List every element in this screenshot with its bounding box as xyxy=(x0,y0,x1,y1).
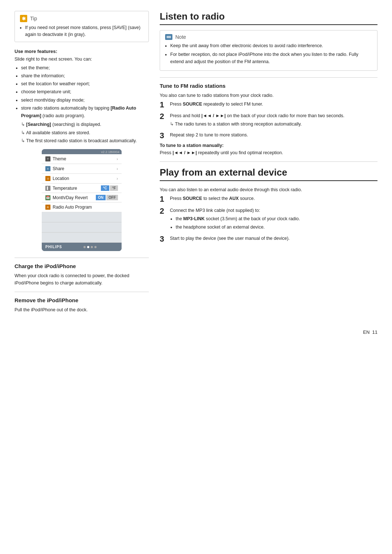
sub-result-list: [Searching] (searching) is displayed. Al… xyxy=(21,121,149,145)
feature-item-2: share the information; xyxy=(21,72,149,80)
temp-label: Temperature xyxy=(53,186,77,191)
sub-result-1: [Searching] (searching) is displayed. xyxy=(21,121,149,128)
tip-box: ✱ Tip If you need not preset more statio… xyxy=(15,11,149,42)
divider-charge xyxy=(15,258,149,258)
use-more-features-intro: Slide right to the next screen. You can: xyxy=(15,56,149,63)
sub-result-3: The first stored radio station is broadc… xyxy=(21,137,149,145)
play-step-1-content: Press SOURCE to select the AUX source. xyxy=(170,195,377,204)
device-location-item: ⊙ Location › xyxy=(42,174,122,184)
location-label: Location xyxy=(53,176,69,181)
theme-arrow: › xyxy=(117,157,118,161)
tip-header: ✱ Tip xyxy=(20,15,143,22)
device-month-item: 📅 Month/Day Revert ON OFF xyxy=(42,193,122,202)
device-temp-item: ▌ Temperature °C °F xyxy=(42,184,122,193)
play-step-2: 2 Connect the MP3 link cable (not suppli… xyxy=(160,207,377,232)
empty-row-3 xyxy=(42,233,122,243)
step-1-content: Press SOURCE repeatedly to select FM tun… xyxy=(170,100,377,109)
play-step-2-bullet-1: the MP3-LINK socket (3.5mm) at the back … xyxy=(176,215,377,222)
use-more-features-heading: Use more features: xyxy=(15,49,149,54)
empty-row-1 xyxy=(42,212,122,222)
device-screenshot: v2.2.1B0004 T Theme › ≡ Share › ⊙ Locati… xyxy=(42,149,122,251)
play-step-2-bullet-2: the headphone socket of an external devi… xyxy=(176,223,377,231)
location-arrow: › xyxy=(117,176,118,181)
step-2-subarrows: The radio tunes to a station with strong… xyxy=(170,120,377,128)
tip-content: If you need not preset more stations, pr… xyxy=(20,24,143,38)
tune-fm-intro: You also can tune to radio stations from… xyxy=(160,92,377,99)
temp-celsius-button[interactable]: °C xyxy=(101,185,109,191)
remove-title: Remove the iPod/iPhone xyxy=(15,297,149,303)
toggle-off-button[interactable]: OFF xyxy=(106,195,118,200)
tip-icon: ✱ xyxy=(20,15,27,22)
device-theme-item: T Theme › xyxy=(42,154,122,164)
share-label: Share xyxy=(53,166,64,171)
share-arrow: › xyxy=(117,167,118,171)
play-external-title: Play from an external device xyxy=(160,167,377,181)
note-icon xyxy=(165,34,172,40)
tune-fm-title: Tune to FM radio stations xyxy=(160,83,377,89)
theme-label: Theme xyxy=(53,156,66,161)
tune-step-3: 3 Repeat step 2 to tune to more stations… xyxy=(160,131,377,140)
radio-auto-icon: R xyxy=(45,205,50,210)
play-step-2-content: Connect the MP3 link cable (not supplied… xyxy=(170,207,377,232)
note-item-2: For better reception, do not place iPod/… xyxy=(170,51,372,65)
device-share-item: ≡ Share › xyxy=(42,164,122,174)
divider-remove xyxy=(15,292,149,292)
temp-buttons[interactable]: °C °F xyxy=(101,185,118,191)
feature-item-6: store radio stations automatically by ta… xyxy=(21,104,149,145)
dot-1 xyxy=(83,246,86,248)
step-3-content: Repeat step 2 to tune to more stations. xyxy=(170,131,377,140)
remove-text: Pull the iPod/iPhone out of the dock. xyxy=(15,306,149,313)
calendar-icon: 📅 xyxy=(45,195,50,200)
radio-auto-label: Radio Auto Program xyxy=(53,205,92,210)
play-step-3-content: Start to play the device (see the user m… xyxy=(170,235,377,243)
page-number: EN 11 xyxy=(363,329,377,335)
step-3-num: 3 xyxy=(160,131,166,140)
empty-row-2 xyxy=(42,222,122,233)
note-header: Note xyxy=(165,34,372,40)
charge-text: When your clock radio is connected to po… xyxy=(15,272,149,287)
manual-tune-text: Press |◄◄ / ►►| repeatedly until you fin… xyxy=(160,149,377,156)
sub-result-2: All available stations are stored. xyxy=(21,129,149,137)
device-footer: PHILIPS xyxy=(42,243,122,251)
play-external-intro: You can also listen to an external audio… xyxy=(160,186,377,193)
charge-title: Charge the iPod/iPhone xyxy=(15,263,149,269)
play-step-3: 3 Start to play the device (see the user… xyxy=(160,235,377,243)
play-step-1-num: 1 xyxy=(160,195,166,204)
location-icon: ⊙ xyxy=(45,176,50,181)
dot-3 xyxy=(91,246,93,248)
toggle-buttons[interactable]: ON OFF xyxy=(96,195,118,200)
tune-step-1: 1 Press SOURCE repeatedly to select FM t… xyxy=(160,100,377,109)
feature-item-1: set the theme; xyxy=(21,64,149,72)
feature-item-5: select month/day display mode; xyxy=(21,97,149,104)
temp-fahrenheit-button[interactable]: °F xyxy=(110,185,118,191)
dot-4 xyxy=(94,246,97,248)
feature-list: set the theme; share the information; se… xyxy=(15,64,149,145)
philips-brand: PHILIPS xyxy=(45,245,62,249)
month-label: Month/Day Revert xyxy=(53,195,88,200)
toggle-on-button[interactable]: ON xyxy=(96,195,106,200)
feature-item-4: choose temperature unit; xyxy=(21,88,149,96)
step-2-arrow-1: The radio tunes to a station with strong… xyxy=(170,120,377,128)
note-item-1: Keep the unit away from other electronic… xyxy=(170,42,372,49)
note-list: Keep the unit away from other electronic… xyxy=(165,42,372,65)
device-empty-rows xyxy=(42,212,122,243)
step-2-content: Press and hold |◄◄ / ►►| on the back of … xyxy=(170,112,377,128)
play-step-2-num: 2 xyxy=(160,207,166,232)
play-step-3-num: 3 xyxy=(160,235,166,243)
divider-tune xyxy=(160,77,377,78)
manual-tune-heading: To tune to a station manually: xyxy=(160,143,377,148)
temp-icon: ▌ xyxy=(45,186,50,191)
share-icon: ≡ xyxy=(45,166,50,171)
tip-bullet: If you need not preset more stations, pr… xyxy=(25,24,143,38)
tip-label: Tip xyxy=(30,16,37,21)
divider-play xyxy=(160,161,377,162)
note-box: Note Keep the unit away from other elect… xyxy=(160,30,377,71)
step-2-num: 2 xyxy=(160,112,166,128)
theme-icon: T xyxy=(45,156,50,161)
play-step-2-bullets: the MP3-LINK socket (3.5mm) at the back … xyxy=(170,215,377,231)
tune-step-2: 2 Press and hold |◄◄ / ►►| on the back o… xyxy=(160,112,377,128)
listen-radio-title: Listen to radio xyxy=(160,11,377,25)
device-radio-auto-item: R Radio Auto Program xyxy=(42,202,122,212)
feature-item-3: set the location for weather report; xyxy=(21,80,149,88)
note-label: Note xyxy=(175,34,186,40)
